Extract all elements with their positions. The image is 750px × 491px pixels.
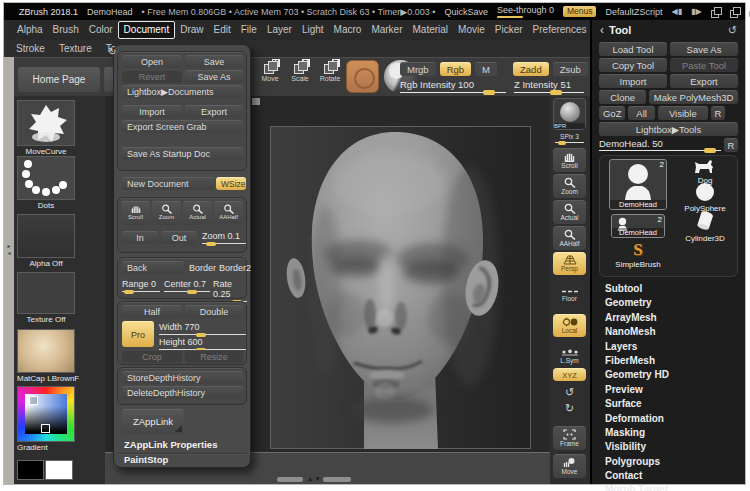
export-screen-grab-button[interactable]: Export Screen Grab — [122, 120, 243, 133]
color-picker[interactable]: Gradient — [17, 386, 75, 452]
see-through-slider[interactable]: See-through 0 — [497, 5, 554, 18]
range-knob[interactable] — [124, 290, 134, 294]
copy-config-icon[interactable] — [711, 7, 721, 17]
move-doc-button[interactable]: Move — [553, 454, 586, 478]
delete-depth-history-button[interactable]: DeleteDepthHistory — [122, 386, 243, 399]
menu-item[interactable]: Light — [297, 22, 329, 38]
menu-item[interactable]: Marker — [366, 22, 407, 38]
goz-all-button[interactable]: All — [628, 106, 654, 120]
menu-item[interactable]: Alpha — [12, 22, 48, 38]
subpalette-item[interactable]: FiberMesh — [599, 354, 738, 368]
tool-thumb-simplebrush[interactable]: S SimpleBrush — [612, 240, 664, 269]
center-knob[interactable] — [187, 290, 197, 294]
floor-toggle[interactable]: Floor — [553, 288, 586, 302]
xyz-symmetry-toggle[interactable]: XYZ — [553, 368, 586, 381]
pro-toggle[interactable]: Pro — [122, 321, 154, 347]
alpha-thumbnail[interactable]: Alpha Off — [17, 214, 75, 268]
new-document-button[interactable]: New Document — [122, 177, 214, 190]
quicksave-button[interactable]: QuickSave — [444, 7, 488, 17]
import-button[interactable]: Import — [122, 105, 182, 118]
subpalette-item[interactable]: Preview — [599, 383, 738, 397]
back-button[interactable]: Back — [122, 261, 184, 274]
subpalette-item[interactable]: Layers — [599, 340, 738, 354]
bpr-render-button[interactable]: BPR — [553, 98, 586, 130]
tray-divider-arrows[interactable]: ▸◂ — [5, 243, 13, 257]
export-button[interactable]: Export — [670, 74, 738, 88]
move-gyro-button[interactable]: M Move — [256, 61, 284, 82]
zoom-doc-button[interactable]: Zoom — [152, 201, 181, 225]
tool-thumb-polysphere[interactable]: PolySphere — [682, 182, 728, 213]
scroll-canvas-button[interactable]: Scroll — [553, 148, 586, 172]
goz-visible-button[interactable]: Visible — [658, 106, 708, 120]
lightbox-documents-button[interactable]: Lightbox▶Documents — [122, 85, 243, 98]
h-scrollbar-right[interactable] — [323, 477, 351, 482]
menu-item[interactable]: Draw — [175, 22, 208, 38]
double-button[interactable]: Double — [185, 305, 243, 318]
subpalette-item[interactable]: Polygroups — [599, 455, 738, 469]
rotate-gyro-button[interactable]: R Rotate — [316, 61, 344, 82]
store-depth-history-button[interactable]: StoreDepthHistory — [122, 371, 243, 384]
local-transform-toggle[interactable]: Local — [553, 314, 586, 337]
height-slider[interactable]: Height 600 — [159, 337, 246, 347]
subpalette-item[interactable]: ArrayMesh — [599, 311, 738, 325]
open-button[interactable]: Open — [122, 55, 182, 68]
border-label[interactable]: Border — [189, 263, 216, 273]
color-gradient-square[interactable] — [25, 394, 67, 434]
spix-knob[interactable] — [558, 141, 566, 145]
color-marker-primary[interactable] — [29, 396, 38, 405]
tool-thumb-cylinder3d[interactable]: Cylinder3D — [682, 210, 728, 243]
subpalette-item[interactable]: Surface — [599, 397, 738, 411]
texture-thumbnail[interactable]: Texture Off — [17, 272, 75, 324]
zoom-factor-slider[interactable]: Zoom 0.1 — [202, 231, 246, 241]
zoom-in-button[interactable]: In — [122, 231, 158, 244]
paste-config-icon[interactable] — [730, 7, 740, 17]
h-scroll-arrows[interactable]: ▲▼ — [307, 475, 322, 482]
zoom-canvas-button[interactable]: Zoom — [553, 174, 586, 198]
clone-button[interactable]: Clone — [599, 90, 646, 104]
tool-thumb-demohead-large[interactable]: 2 DemoHead — [609, 159, 667, 210]
subpalette-item[interactable]: Morph Target — [599, 483, 738, 491]
copy-tool-button[interactable]: Copy Tool — [599, 58, 667, 72]
subpalette-item[interactable]: Deformation — [599, 412, 738, 426]
menu-item[interactable]: Edit — [209, 22, 236, 38]
zoom-out-button[interactable]: Out — [161, 231, 197, 244]
swatch-black[interactable] — [17, 460, 44, 480]
m-button[interactable]: M — [475, 62, 497, 76]
border2-label[interactable]: Border2 — [219, 263, 251, 273]
scroll-doc-button[interactable]: Scroll — [121, 201, 150, 225]
subpalette-item[interactable]: Masking — [599, 426, 738, 440]
aahalf-doc-button[interactable]: AAHalf — [214, 201, 243, 225]
z-intensity-knob[interactable] — [550, 90, 562, 95]
width-slider[interactable]: Width 770 — [159, 322, 246, 332]
resize-button[interactable]: Resize — [185, 350, 243, 363]
rgb-intensity-slider[interactable]: Rgb Intensity 100 — [400, 79, 506, 90]
tab-stroke[interactable]: Stroke — [16, 43, 45, 54]
save-as-button[interactable]: Save As — [185, 70, 243, 83]
revert-button[interactable]: Revert — [122, 70, 182, 83]
menus-button[interactable]: Menus — [563, 6, 597, 17]
zoom-factor-knob[interactable] — [206, 242, 216, 246]
pivot-rotate-cw-icon[interactable]: ↻ — [553, 402, 586, 415]
local-symmetry-toggle[interactable]: L.Sym — [553, 349, 586, 364]
material-thumbnail[interactable]: MatCap LBrownF — [17, 329, 75, 383]
goz-button[interactable]: GoZ — [599, 106, 625, 120]
menu-item[interactable]: Material — [408, 22, 454, 38]
zadd-button[interactable]: Zadd — [513, 62, 549, 76]
lightbox-tools-button[interactable]: Lightbox▶Tools — [599, 122, 738, 136]
spix-slider[interactable]: SPix 3 — [553, 133, 586, 143]
menu-item[interactable]: Document — [118, 21, 176, 39]
menu-item[interactable]: Picker — [490, 22, 528, 38]
z-intensity-slider[interactable]: Z Intensity 51 — [514, 79, 584, 90]
canvas-corner-nub[interactable] — [252, 98, 260, 105]
stroke-thumbnail[interactable]: Dots — [17, 156, 75, 210]
panel-refresh-icon[interactable]: ↺ — [728, 24, 737, 37]
pivot-rotate-ccw-icon[interactable]: ↺ — [553, 386, 586, 399]
zapplink-properties-item[interactable]: ZAppLink Properties — [124, 439, 217, 450]
load-tool-button[interactable]: Load Tool — [599, 42, 667, 56]
rgb-button[interactable]: Rgb — [440, 62, 471, 76]
current-brush-button[interactable] — [346, 60, 379, 93]
actual-size-button[interactable]: Actual — [553, 200, 586, 224]
center-slider[interactable]: Center 0.7 — [164, 279, 210, 289]
panel-right-icon[interactable]: ▮▶ — [691, 7, 702, 16]
subpalette-item[interactable]: Visibility — [599, 440, 738, 454]
